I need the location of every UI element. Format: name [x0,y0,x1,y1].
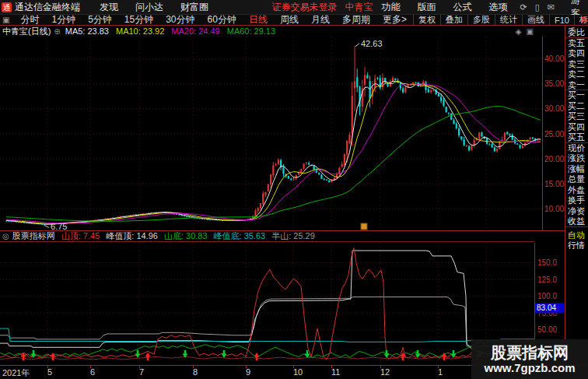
app-logo-icon: 通 [2,2,12,12]
stock-info-icon[interactable]: ⊕ [54,27,60,36]
toolbar-button-画线[interactable]: 画线 [522,15,549,25]
indicator-param-峰值顶: 峰值顶: 14.96 [106,230,158,242]
time-axis-label-9: 9 [246,367,250,377]
sidebar-divider [565,37,588,38]
indicator-params: 山顶: 7.45峰值顶: 14.96山底: 30.83峰值底: 35.63半山:… [61,230,321,242]
period-tab-15分钟[interactable]: 15分钟 [118,13,159,26]
time-axis-tick [47,366,48,368]
period-tab-周线[interactable]: 周线 [274,13,305,26]
period-tab-日线[interactable]: 日线 [243,13,274,26]
toolbar-button-F10[interactable]: F10 [549,15,574,25]
time-axis-label-2021年: 2021年 [2,367,30,379]
menu-item-功能[interactable]: 功能 [373,1,409,14]
sidebar-item-卖四[interactable]: 卖四 [568,48,588,58]
chart-header: 中青宝(日线) ⊕ MA5: 23.83MA10: 23.92MA20: 24.… [0,26,565,37]
indicator-param-山顶: 山顶: 7.45 [61,230,100,242]
sidebar-item-买四[interactable]: 买四 [568,122,588,132]
sidebar-item-总量[interactable]: 总量 [568,174,588,184]
chart-view-icons[interactable]: ◈▣ [516,27,538,36]
period-tab-60分钟[interactable]: 60分钟 [201,13,243,26]
sidebar-item-涨跌[interactable]: 涨跌 [568,153,588,163]
menu-item-版面[interactable]: 版面 [409,1,445,14]
last-value-badge: 83.04 [535,303,564,313]
time-axis-label-10: 10 [293,367,303,377]
period-tab-30分钟[interactable]: 30分钟 [159,13,201,26]
period-tab-月线[interactable]: 月线 [305,13,336,26]
sidebar-divider [565,89,588,90]
time-axis-tick [90,366,91,368]
corner-badge: R [581,16,587,25]
main-candlestick-chart[interactable]: 40.0035.0030.0025.0020.0015.0010.0042.63… [0,37,565,230]
event-marker-icon[interactable] [361,223,367,230]
sidebar-action-行情[interactable]: 行情 [568,240,588,251]
svg-text:100.0: 100.0 [537,292,557,300]
toolbar-button-统计[interactable]: 统计 [495,15,522,25]
svg-text:40.00: 40.00 [544,54,564,63]
sidebar-item-涨幅[interactable]: 涨幅 [568,164,588,174]
period-tab-5分钟[interactable]: 5分钟 [82,13,118,26]
period-tab-更多>[interactable]: 更多> [376,13,413,26]
sidebar-item-净资[interactable]: 净资 [568,206,588,216]
sidebar-item-卖三[interactable]: 卖三 [568,59,588,69]
indicator-param-半山: 半山: 25.29 [271,230,315,242]
time-axis-label-6: 6 [90,367,95,377]
chart-title: 中青宝(日线) [2,26,51,37]
period-toolbar: ▣ 分时1分钟5分钟15分钟30分钟60分钟日线周线月线多周期更多> 复权叠加多… [0,15,588,26]
menu-item-公式[interactable]: 公式 [445,1,481,14]
sidebar-divider [565,142,588,143]
menu-item-问小达[interactable]: 问小达 [127,2,172,12]
sidebar-divider [565,226,588,227]
watermark-line2: www.7gpzb.com [485,361,576,375]
sidebar-item-外盘[interactable]: 外盘 [568,185,588,195]
time-axis-tick [438,366,439,368]
period-tab-分时[interactable]: 分时 [14,13,45,26]
time-axis-tick [293,366,294,368]
sidebar-item-收益[interactable]: 收益 [568,216,588,226]
toolbar-button-叠加[interactable]: 叠加 [440,15,467,25]
login-status: 证券交易未登录 [272,1,338,14]
collapse-indicator-icon[interactable]: ◎ [2,232,9,240]
ma-labels: MA5: 23.83MA10: 23.92MA20: 24.49MA60: 29… [65,26,282,36]
sidebar-item-卖一[interactable]: 卖一 [568,80,588,90]
indicator-param-峰值底: 峰值底: 35.63 [214,230,266,242]
toolbar-button-多股[interactable]: 多股 [467,15,495,25]
time-axis-label-5: 5 [47,367,52,377]
svg-text:83.04: 83.04 [537,304,556,312]
sidebar-item-委比[interactable]: 委比 [568,27,588,37]
app-title: 通达信金融终端 [15,1,80,14]
ma-label-3: MA60: 29.13 [227,26,275,36]
svg-text:15.00: 15.00 [544,180,564,188]
time-axis-label-12: 12 [380,367,390,377]
watermark: 股票指标网 www.7gpzb.com [471,339,588,379]
time-axis-label-7: 7 [139,367,144,377]
time-axis-tick [139,366,140,368]
current-stock-name[interactable]: 中青宝 [345,1,373,14]
period-tab-1分钟[interactable]: 1分钟 [45,13,82,26]
sidebar-item-买三[interactable]: 买三 [568,111,588,121]
phone-icon[interactable]: ▯ [531,2,544,12]
time-axis-label-11: 11 [331,367,340,377]
window-icon[interactable]: ▣ [0,16,14,24]
svg-text:125.0: 125.0 [537,275,557,284]
sidebar-item-换手[interactable]: 换手 [568,195,588,205]
sidebar-item-卖二[interactable]: 卖二 [568,69,588,79]
svg-text:50.00: 50.00 [537,325,557,334]
sidebar-item-买二[interactable]: 买二 [568,101,588,111]
ma-label-1: MA10: 23.92 [116,26,164,36]
menu-item-选项[interactable]: 选项 [481,1,516,14]
sidebar-item-买一[interactable]: 买一 [568,90,588,100]
sidebar-item-买五[interactable]: 买五 [568,132,588,142]
period-tab-多周期[interactable]: 多周期 [336,13,376,26]
toolbar-button-复权[interactable]: 复权 [413,15,440,25]
mail-icon[interactable]: ✉ [544,2,558,12]
sidebar-item-现价[interactable]: 现价 [568,143,588,153]
menu-item-财富圈[interactable]: 财富圈 [172,2,217,12]
time-axis-tick [246,366,247,368]
sidebar-action-自动[interactable]: 自动 [568,230,588,240]
time-axis-tick [193,366,194,368]
menu-item-发现[interactable]: 发现 [91,2,127,12]
svg-text:30.00: 30.00 [544,104,564,113]
ma-label-0: MA5: 23.83 [65,26,109,36]
refresh-icon[interactable]: ⟳ [516,2,531,12]
sidebar-item-卖五[interactable]: 卖五 [568,38,588,48]
